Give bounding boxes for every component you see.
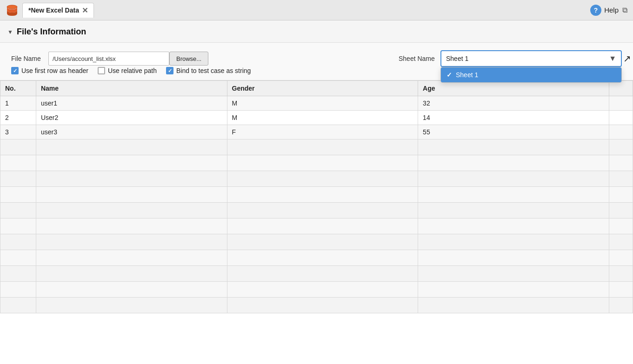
dropdown-arrow-icon[interactable]: ▼ bbox=[609, 54, 616, 63]
sheet-name-label: Sheet Name bbox=[399, 55, 436, 62]
empty-row bbox=[0, 139, 633, 155]
empty-cell bbox=[609, 139, 633, 155]
table-header-row: No. Name Gender Age bbox=[0, 81, 633, 96]
cell-gender: F bbox=[227, 125, 418, 139]
bind-to-test-case-label: Bind to test case as string bbox=[176, 67, 251, 74]
table-row[interactable]: 3user3F55 bbox=[0, 125, 633, 139]
file-name-input[interactable] bbox=[48, 52, 169, 66]
empty-cell bbox=[36, 250, 227, 266]
empty-cell bbox=[609, 298, 633, 313]
empty-cell bbox=[36, 203, 227, 218]
data-table: No. Name Gender Age 1user1M322User2M143u… bbox=[0, 80, 633, 313]
cell-name: user1 bbox=[36, 96, 227, 111]
empty-cell bbox=[36, 298, 227, 313]
empty-row bbox=[0, 266, 633, 282]
empty-row bbox=[0, 155, 633, 171]
use-relative-path-label: Use relative path bbox=[108, 67, 157, 74]
empty-row bbox=[0, 171, 633, 187]
use-first-row-checked-icon: ✓ bbox=[11, 67, 19, 74]
use-relative-path-checkbox[interactable]: Use relative path bbox=[98, 67, 157, 74]
empty-cell bbox=[418, 171, 609, 187]
cell-age: 32 bbox=[418, 96, 609, 111]
empty-cell bbox=[36, 139, 227, 155]
browse-button[interactable]: Browse... bbox=[169, 52, 208, 66]
use-first-row-label: Use first row as header bbox=[21, 67, 88, 74]
empty-row bbox=[0, 234, 633, 250]
empty-cell bbox=[227, 282, 418, 298]
data-table-wrapper: No. Name Gender Age 1user1M322User2M143u… bbox=[0, 80, 633, 363]
title-bar: *New Excel Data ✕ ? Help ⧉ bbox=[0, 0, 633, 20]
empty-cell bbox=[0, 171, 36, 187]
empty-cell bbox=[418, 218, 609, 234]
empty-cell bbox=[0, 203, 36, 218]
empty-cell bbox=[227, 266, 418, 282]
empty-cell bbox=[418, 298, 609, 313]
close-tab-button[interactable]: ✕ bbox=[82, 6, 88, 15]
main-content: ▼ File's Information File Name Browse...… bbox=[0, 20, 633, 364]
empty-row bbox=[0, 282, 633, 298]
collapse-arrow[interactable]: ▼ bbox=[7, 29, 13, 35]
help-icon: ? bbox=[590, 5, 601, 16]
empty-row bbox=[0, 203, 633, 218]
cell-no: 3 bbox=[0, 125, 36, 139]
empty-cell bbox=[609, 234, 633, 250]
cell-extra bbox=[609, 111, 633, 125]
empty-cell bbox=[609, 203, 633, 218]
col-header-extra bbox=[609, 81, 633, 96]
empty-cell bbox=[227, 218, 418, 234]
empty-cell bbox=[36, 218, 227, 234]
title-bar-left: *New Excel Data ✕ bbox=[6, 3, 94, 18]
empty-cell bbox=[418, 187, 609, 203]
empty-cell bbox=[418, 266, 609, 282]
empty-cell bbox=[36, 187, 227, 203]
sheet-option-1[interactable]: ✓ Sheet 1 bbox=[441, 67, 621, 82]
empty-row bbox=[0, 250, 633, 266]
empty-row bbox=[0, 298, 633, 313]
sheet-name-section: Sheet Name Sheet 1 ▼ ✓ Sheet 1 bbox=[389, 50, 622, 67]
restore-button[interactable]: ⧉ bbox=[622, 6, 627, 14]
empty-cell bbox=[0, 218, 36, 234]
empty-cell bbox=[227, 203, 418, 218]
cell-extra bbox=[609, 96, 633, 111]
cursor-icon: ↗ bbox=[623, 53, 631, 64]
file-info-area: File Name Browse... Sheet Name Sheet 1 ▼… bbox=[0, 43, 633, 80]
empty-cell bbox=[36, 155, 227, 171]
file-name-row: File Name Browse... Sheet Name Sheet 1 ▼… bbox=[11, 50, 622, 67]
section-header: ▼ File's Information bbox=[0, 20, 633, 43]
sheet-dropdown[interactable]: Sheet 1 ▼ bbox=[440, 50, 622, 67]
empty-cell bbox=[609, 187, 633, 203]
empty-cell bbox=[0, 298, 36, 313]
table-row[interactable]: 1user1M32 bbox=[0, 96, 633, 111]
sheet-dropdown-container: Sheet 1 ▼ ✓ Sheet 1 ↗ bbox=[440, 50, 622, 67]
use-first-row-checkbox[interactable]: ✓ Use first row as header bbox=[11, 67, 88, 74]
title-tab: *New Excel Data ✕ bbox=[22, 3, 94, 18]
empty-cell bbox=[227, 298, 418, 313]
bind-to-test-case-checkbox[interactable]: ✓ Bind to test case as string bbox=[166, 67, 251, 74]
cell-no: 2 bbox=[0, 111, 36, 125]
cell-no: 1 bbox=[0, 96, 36, 111]
use-relative-path-unchecked-icon bbox=[98, 67, 105, 74]
checkmark-icon: ✓ bbox=[446, 71, 452, 79]
help-button[interactable]: ? Help bbox=[590, 5, 619, 16]
empty-cell bbox=[0, 250, 36, 266]
cell-extra bbox=[609, 125, 633, 139]
empty-row bbox=[0, 218, 633, 234]
empty-cell bbox=[0, 266, 36, 282]
empty-row bbox=[0, 187, 633, 203]
empty-cell bbox=[609, 282, 633, 298]
empty-cell bbox=[227, 234, 418, 250]
table-row[interactable]: 2User2M14 bbox=[0, 111, 633, 125]
empty-cell bbox=[418, 234, 609, 250]
empty-cell bbox=[0, 187, 36, 203]
empty-cell bbox=[418, 250, 609, 266]
empty-cell bbox=[227, 171, 418, 187]
title-bar-right: ? Help ⧉ bbox=[590, 5, 627, 16]
empty-cell bbox=[0, 234, 36, 250]
empty-cell bbox=[227, 187, 418, 203]
file-name-label: File Name bbox=[11, 55, 48, 62]
empty-cell bbox=[609, 218, 633, 234]
col-header-name: Name bbox=[36, 81, 227, 96]
cell-name: user3 bbox=[36, 125, 227, 139]
empty-cell bbox=[0, 282, 36, 298]
cell-age: 14 bbox=[418, 111, 609, 125]
